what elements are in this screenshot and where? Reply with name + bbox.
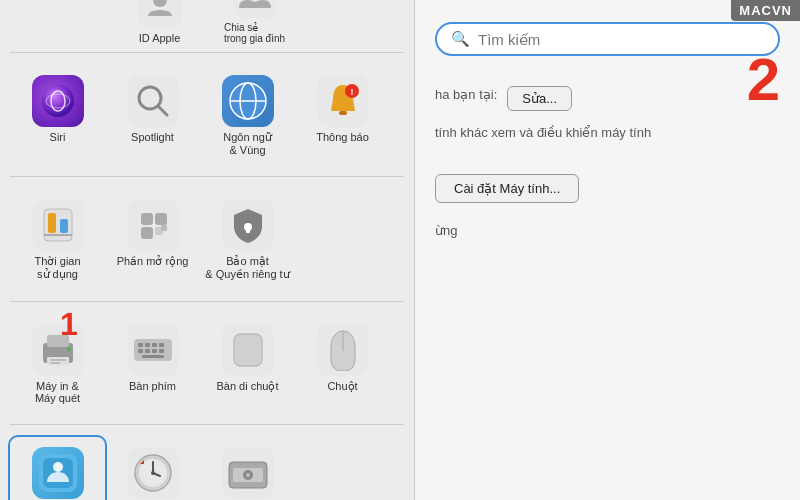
left-panel: ID Apple Chia sẻtrong gia đình [0, 0, 415, 500]
search-input[interactable] [478, 31, 764, 48]
bottom-text: ừng [435, 223, 780, 238]
svg-rect-41 [159, 349, 164, 353]
search-bar[interactable]: 🔍 [435, 22, 780, 56]
sidebar-item-screentime[interactable]: Thời giansử dụng [10, 189, 105, 289]
security-label: Bảo mật& Quyền riêng tư [205, 255, 289, 281]
sidebar-item-extension[interactable]: Phần mở rộng [105, 189, 200, 289]
sidebar-item-notification[interactable]: ! Thông báo [295, 65, 390, 164]
siri-label: Siri [50, 131, 66, 143]
screentime-label: Thời giansử dụng [34, 255, 80, 281]
keyboard-label: Bàn phím [129, 380, 176, 392]
search-icon: 🔍 [451, 30, 470, 48]
svg-rect-17 [48, 213, 56, 233]
divider-3 [10, 301, 404, 302]
svg-point-52 [151, 471, 155, 475]
divider-2 [10, 176, 404, 177]
edit-button[interactable]: Sửa... [507, 86, 572, 111]
section-2-grid: Thời giansử dụng Phần mở rộng [0, 181, 414, 297]
sidebar-item-disk[interactable]: Ổ đĩaKhởi động [200, 437, 295, 500]
id-apple-label: ID Apple [139, 32, 181, 44]
svg-rect-35 [145, 343, 150, 347]
svg-point-56 [246, 473, 250, 477]
section-3-grid: 1 Máy in &Máy quét [0, 306, 414, 420]
description-text: tính khác xem và điều khiển máy tính [435, 125, 780, 140]
sidebar-item-spotlight[interactable]: Spotlight [105, 65, 200, 164]
trackpad-label: Bàn di chuột [216, 380, 278, 393]
svg-rect-21 [155, 213, 167, 225]
location-row: ha bạn tại: Sửa... [435, 86, 780, 111]
svg-point-32 [67, 347, 71, 351]
svg-rect-31 [50, 362, 60, 364]
section-1-grid: Siri Spotlight Ngôn ngữ& Vùn [0, 57, 414, 172]
top-row: ID Apple Chia sẻtrong gia đình [0, 0, 414, 48]
badge-2: 2 [747, 50, 780, 110]
svg-rect-15 [339, 111, 347, 115]
divider-4 [10, 424, 404, 425]
printer-label: Máy in &Máy quét [35, 380, 80, 404]
svg-rect-36 [152, 343, 157, 347]
svg-rect-34 [138, 343, 143, 347]
family-label: Chia sẻtrong gia đình [224, 22, 285, 44]
svg-rect-18 [60, 219, 68, 233]
svg-rect-20 [141, 213, 153, 225]
empty-2 [295, 437, 390, 500]
content-area: ha bạn tại: Sửa... tính khác xem và điều… [435, 76, 780, 256]
section-4-grid: Chia sẻ Time Machine [0, 429, 414, 500]
svg-point-47 [53, 462, 63, 472]
sidebar-item-chia-se-gia-dinh[interactable]: Chia sẻtrong gia đình [207, 0, 302, 44]
sidebar-item-sharing[interactable]: Chia sẻ [10, 437, 105, 500]
sidebar-item-siri[interactable]: Siri [10, 65, 105, 164]
svg-rect-22 [141, 227, 153, 239]
location-label: ha bạn tại: [435, 87, 497, 102]
svg-rect-26 [246, 227, 250, 233]
sidebar-item-security[interactable]: Bảo mật& Quyền riêng tư [200, 189, 295, 289]
sidebar-item-id-apple[interactable]: ID Apple [112, 0, 207, 44]
svg-rect-24 [161, 225, 167, 231]
sidebar-item-timemachine[interactable]: Time Machine [105, 437, 200, 500]
svg-point-0 [153, 0, 167, 7]
extension-label: Phần mở rộng [117, 255, 189, 268]
notification-label: Thông báo [316, 131, 369, 143]
badge-1: 1 [60, 308, 404, 340]
svg-rect-42 [142, 355, 164, 358]
empty-1 [295, 189, 390, 289]
install-button[interactable]: Cài đặt Máy tính... [435, 174, 579, 203]
svg-rect-40 [152, 349, 157, 353]
language-label: Ngôn ngữ& Vùng [223, 131, 272, 156]
svg-point-4 [42, 85, 74, 117]
watermark: MACVN [731, 0, 800, 21]
svg-text:!: ! [350, 87, 353, 97]
spotlight-label: Spotlight [131, 131, 174, 143]
svg-line-8 [158, 106, 167, 115]
svg-rect-39 [145, 349, 150, 353]
svg-rect-37 [159, 343, 164, 347]
svg-rect-38 [138, 349, 143, 353]
svg-rect-30 [50, 359, 66, 361]
sidebar-item-language[interactable]: Ngôn ngữ& Vùng [200, 65, 295, 164]
divider-1 [10, 52, 404, 53]
mouse-label: Chuột [327, 380, 357, 393]
right-panel: MACVN 🔍 2 ha bạn tại: Sửa... tính khác x… [415, 0, 800, 500]
